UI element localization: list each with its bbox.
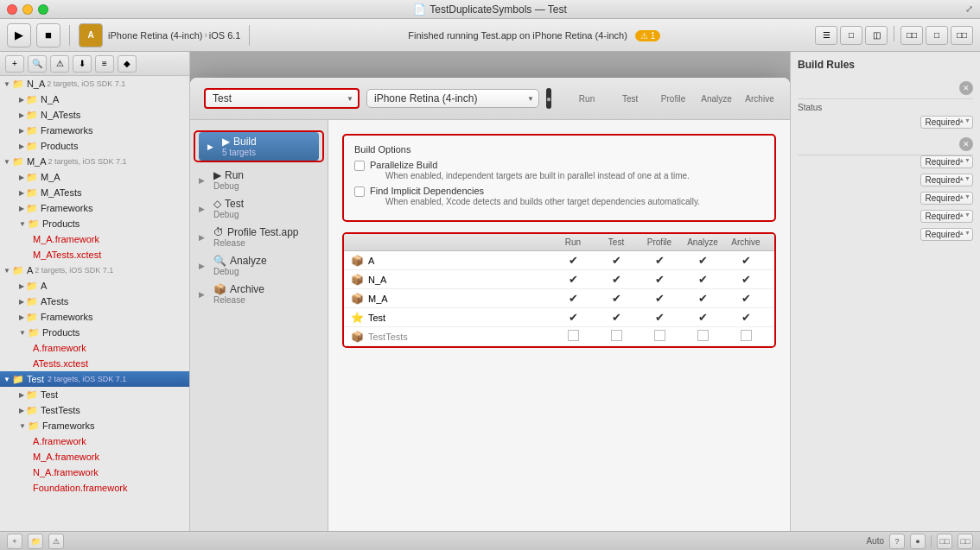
- check-a-analyze[interactable]: ✔: [681, 254, 724, 267]
- window-resize-control[interactable]: ⤢: [965, 3, 973, 15]
- sidebar-item-a-framework-file[interactable]: A.framework: [0, 340, 189, 356]
- group-ma-root[interactable]: ▼ 📁 M_A 2 targets, iOS SDK 7.1: [0, 154, 189, 169]
- status-dropdown-3[interactable]: Required: [920, 174, 973, 186]
- sidebar-item-test-na-fw[interactable]: N_A.framework: [0, 465, 189, 480]
- check-na-analyze[interactable]: ✔: [681, 273, 724, 286]
- sidebar-item-matests[interactable]: ▶ 📁 M_ATests: [0, 185, 189, 200]
- add-file-button[interactable]: +: [5, 55, 24, 73]
- sidebar-item-ma[interactable]: ▶ 📁 M_A: [0, 169, 189, 185]
- status-panel-btn-2[interactable]: □□: [958, 534, 973, 549]
- sidebar-item-atests[interactable]: ▶ 📁 ATests: [0, 294, 189, 309]
- sidebar-item-test-a-fw[interactable]: A.framework: [0, 433, 189, 449]
- sidebar-item-test[interactable]: ▶ 📁 Test: [0, 387, 189, 402]
- sidebar-item-na-frameworks[interactable]: ▶ 📁 Frameworks: [0, 123, 189, 138]
- sidebar-item-matests-file[interactable]: M_ATests.xctest: [0, 247, 189, 262]
- check-a-test[interactable]: ✔: [595, 254, 638, 267]
- sort-button[interactable]: ≡: [95, 55, 114, 73]
- check-test-analyze[interactable]: ✔: [681, 311, 724, 324]
- check-tt-run[interactable]: [551, 330, 595, 343]
- close-rule-2[interactable]: ✕: [959, 137, 973, 151]
- utilities-right[interactable]: □□: [951, 26, 973, 45]
- sidebar-item-ma-framework-file[interactable]: M_A.framework: [0, 231, 189, 247]
- check-a-run[interactable]: ✔: [551, 254, 595, 267]
- assistant-toggle[interactable]: ◫: [865, 26, 888, 45]
- close-button[interactable]: [7, 4, 17, 15]
- check-test-run[interactable]: ✔: [551, 311, 595, 324]
- hierarchy-button[interactable]: ⬇: [73, 55, 92, 73]
- sidebar-item-ma-products[interactable]: ▼ 📁 Products: [0, 216, 189, 231]
- sidebar-item-test-foundation-fw[interactable]: Foundation.framework: [0, 480, 189, 496]
- scheme-selector[interactable]: iPhone Retina (4-inch) › iOS 6.1: [108, 30, 240, 41]
- utilities-center[interactable]: □: [926, 26, 948, 45]
- sidebar-item-a-frameworks[interactable]: ▶ 📁 Frameworks: [0, 309, 189, 325]
- check-ma-archive[interactable]: ✔: [724, 292, 767, 305]
- destination-dropdown[interactable]: iPhone Retina (4-inch): [366, 89, 539, 108]
- minimize-button[interactable]: [22, 4, 33, 15]
- run-button[interactable]: ▶: [7, 23, 31, 47]
- status-dot-btn[interactable]: ●: [910, 534, 926, 549]
- status-folder-btn[interactable]: 📁: [28, 534, 43, 549]
- find-implicit-checkbox[interactable]: [354, 186, 365, 197]
- sidebar-item-test-frameworks[interactable]: ▼ 📁 Frameworks: [0, 418, 189, 433]
- check-tt-profile[interactable]: [638, 330, 681, 343]
- status-warning-btn[interactable]: ⚠: [48, 534, 64, 549]
- sidebar-item-a[interactable]: ▶ 📁 A: [0, 278, 189, 294]
- check-a-archive[interactable]: ✔: [724, 254, 767, 267]
- check-ma-profile[interactable]: ✔: [638, 292, 681, 305]
- scheme-item-profile[interactable]: ▶ ⏱ Profile Test.app Release: [190, 223, 328, 251]
- check-ma-test[interactable]: ✔: [595, 292, 638, 305]
- triangle-icon: ▶: [19, 282, 24, 290]
- close-rule-1[interactable]: ✕: [959, 81, 973, 95]
- check-tt-analyze[interactable]: [681, 330, 724, 343]
- debug-toggle[interactable]: □: [840, 26, 862, 45]
- check-test-test[interactable]: ✔: [595, 311, 638, 324]
- scheme-item-analyze[interactable]: ▶ 🔍 Analyze Debug: [190, 251, 328, 280]
- folder-icon: 📁: [26, 141, 38, 152]
- scheme-dropdown[interactable]: Test: [204, 88, 360, 109]
- check-ma-run[interactable]: ✔: [551, 292, 595, 305]
- check-ma-analyze[interactable]: ✔: [681, 292, 724, 305]
- scheme-item-build[interactable]: ▶ ▶ Build 5 targets: [199, 132, 319, 161]
- check-na-profile[interactable]: ✔: [638, 273, 681, 286]
- scheme-item-archive[interactable]: ▶ 📦 Archive Release: [190, 280, 328, 308]
- filter-button[interactable]: ◆: [118, 55, 137, 73]
- status-add-btn[interactable]: +: [7, 534, 22, 549]
- sidebar-item-a-products[interactable]: ▼ 📁 Products: [0, 325, 189, 340]
- warning-filter[interactable]: ⚠: [50, 55, 69, 73]
- sidebar-item-natests[interactable]: ▶ 📁 N_ATests: [0, 107, 189, 123]
- maximize-button[interactable]: [38, 4, 48, 15]
- status-info-btn[interactable]: ?: [889, 534, 905, 549]
- stop-button[interactable]: ■: [36, 23, 60, 47]
- sidebar-item-test-ma-fw[interactable]: M_A.framework: [0, 449, 189, 465]
- toolbar-separator-3: [894, 26, 894, 41]
- status-panel-btn-1[interactable]: □□: [937, 534, 952, 549]
- group-na-root[interactable]: ▼ 📁 N_A 2 targets, iOS SDK 7.1: [0, 76, 189, 92]
- parallelize-checkbox[interactable]: [354, 161, 365, 171]
- breakpoints-button[interactable]: ●: [546, 88, 551, 109]
- scheme-item-test[interactable]: ▶ ◇ Test Debug: [190, 194, 328, 223]
- status-dropdown-2[interactable]: Required: [920, 155, 973, 168]
- sidebar-item-na-products[interactable]: ▶ 📁 Products: [0, 138, 189, 154]
- sidebar-item-ma-frameworks[interactable]: ▶ 📁 Frameworks: [0, 200, 189, 216]
- check-na-run[interactable]: ✔: [551, 273, 595, 286]
- check-test-archive[interactable]: ✔: [724, 311, 767, 324]
- status-dropdown-1[interactable]: Required: [920, 116, 973, 129]
- scheme-item-run[interactable]: ▶ ▶ Run Debug: [190, 166, 328, 194]
- check-a-profile[interactable]: ✔: [638, 254, 681, 267]
- sidebar-item-testtests[interactable]: ▶ 📁 TestTests: [0, 402, 189, 418]
- sidebar-item-na[interactable]: ▶ 📁 N_A: [0, 92, 189, 107]
- status-dropdown-6[interactable]: Required: [920, 228, 973, 241]
- search-button[interactable]: 🔍: [28, 55, 47, 73]
- check-na-test[interactable]: ✔: [595, 273, 638, 286]
- group-test-root[interactable]: ▼ 📁 Test 2 targets, iOS SDK 7.1: [0, 371, 189, 387]
- status-dropdown-5[interactable]: Required: [920, 210, 973, 223]
- check-na-archive[interactable]: ✔: [724, 273, 767, 286]
- status-dropdown-4[interactable]: Required: [920, 192, 973, 205]
- utilities-left[interactable]: □□: [900, 26, 923, 45]
- group-a-root[interactable]: ▼ 📁 A 2 targets, iOS SDK 7.1: [0, 262, 189, 278]
- sidebar-item-atests-file[interactable]: ATests.xctest: [0, 356, 189, 371]
- navigator-toggle[interactable]: ☰: [815, 26, 837, 45]
- check-tt-archive[interactable]: [724, 330, 767, 343]
- check-test-profile[interactable]: ✔: [638, 311, 681, 324]
- check-tt-test[interactable]: [595, 330, 638, 343]
